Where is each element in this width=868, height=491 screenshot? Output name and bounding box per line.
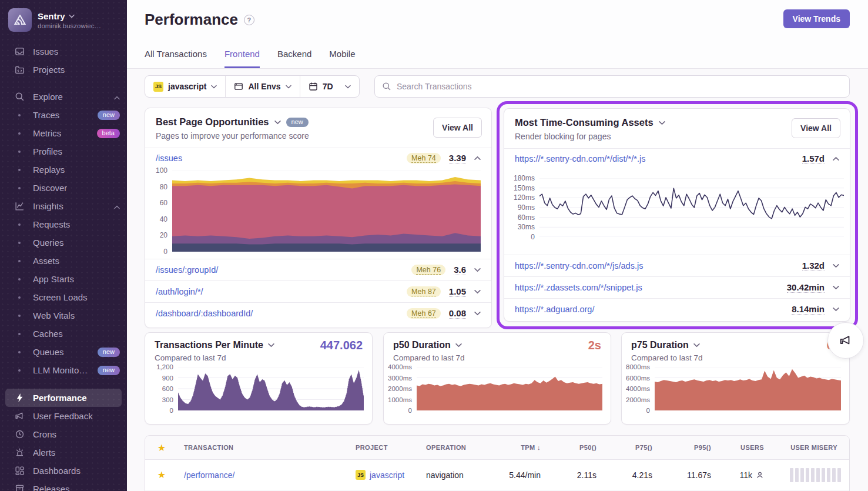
view-all-button[interactable]: View All bbox=[433, 118, 482, 138]
page-link[interactable]: /auth/login/*/ bbox=[156, 287, 203, 296]
page-row[interactable]: /issues/:groupId/ Meh 76 3.6 bbox=[145, 259, 491, 280]
p75-cell: 4.21s bbox=[602, 470, 658, 480]
tab-backend[interactable]: Backend bbox=[277, 49, 311, 68]
sidebar-item-alerts[interactable]: Alerts bbox=[0, 443, 127, 462]
chevron-down-icon[interactable] bbox=[474, 289, 481, 294]
page-row[interactable]: /auth/login/*/ Meh 87 1.05 bbox=[145, 280, 491, 302]
view-trends-button[interactable]: View Trends bbox=[783, 9, 850, 28]
asset-duration: 30.42min bbox=[787, 282, 825, 293]
sidebar-item-queues[interactable]: Queues new bbox=[0, 343, 127, 361]
asset-link[interactable]: https://*.zdassets.com/*/snippet.js bbox=[515, 283, 642, 292]
environment-filter[interactable]: All Envs bbox=[225, 76, 299, 97]
sidebar-item-projects[interactable]: Projects bbox=[0, 61, 127, 79]
favorite-star-icon[interactable]: ★ bbox=[145, 469, 178, 480]
sidebar-item-llm-monitoring[interactable]: LLM Monito… new bbox=[0, 361, 127, 379]
chevron-up-icon bbox=[114, 92, 120, 102]
calendar-icon bbox=[309, 82, 318, 91]
date-range-filter[interactable]: 7D bbox=[300, 76, 359, 97]
chevron-up-icon[interactable] bbox=[474, 156, 481, 161]
new-badge: new bbox=[98, 348, 120, 357]
col-user-misery[interactable]: USER MISERY bbox=[770, 444, 849, 451]
card-title[interactable]: Most Time-Consuming Assets bbox=[515, 117, 653, 128]
sidebar-item-profiles[interactable]: Profiles bbox=[0, 142, 127, 161]
col-project[interactable]: PROJECT bbox=[350, 444, 420, 451]
page-row[interactable]: /dashboard/:dashboardId/ Meh 67 0.08 bbox=[145, 302, 491, 324]
asset-duration: 8.14min bbox=[792, 304, 825, 315]
tpm-value: 447.062 bbox=[320, 339, 363, 352]
star-icon[interactable]: ★ bbox=[145, 442, 178, 453]
sidebar-item-performance[interactable]: Performance bbox=[5, 389, 122, 407]
bullet-icon bbox=[14, 329, 25, 339]
search-icon bbox=[14, 92, 25, 102]
project-filter[interactable]: JS javascript bbox=[145, 76, 225, 97]
web-vitals-stacked-chart: 100806040200 bbox=[150, 171, 481, 252]
sidebar-item-app-starts[interactable]: App Starts bbox=[0, 270, 127, 288]
col-transaction[interactable]: TRANSACTION bbox=[178, 444, 350, 451]
sidebar-item-screen-loads[interactable]: Screen Loads bbox=[0, 288, 127, 306]
col-p50[interactable]: P50() bbox=[547, 444, 602, 451]
asset-row[interactable]: https://*.zdassets.com/*/snippet.js 30.4… bbox=[504, 276, 850, 298]
sidebar-item-releases[interactable]: Releases bbox=[0, 480, 127, 491]
chevron-down-icon[interactable] bbox=[474, 311, 481, 316]
sidebar-item-insights[interactable]: Insights bbox=[0, 197, 127, 215]
sidebar-item-queries[interactable]: Queries bbox=[0, 233, 127, 252]
card-title[interactable]: Best Page Opportunities bbox=[156, 116, 269, 128]
card-subtitle: Compared to last 7d bbox=[393, 353, 601, 362]
sidebar-item-replays[interactable]: Replays bbox=[0, 161, 127, 179]
tab-frontend[interactable]: Frontend bbox=[224, 49, 260, 68]
asset-row[interactable]: https://*.sentry-cdn.com/*/js/ads.js 1.3… bbox=[504, 255, 850, 276]
help-icon[interactable]: ? bbox=[244, 15, 254, 25]
sidebar-item-metrics[interactable]: Metrics beta bbox=[0, 124, 127, 142]
sidebar-item-crons[interactable]: Crons bbox=[0, 425, 127, 443]
page-link[interactable]: /dashboard/:dashboardId/ bbox=[156, 309, 253, 318]
feedback-button[interactable] bbox=[827, 322, 864, 359]
sidebar-item-requests[interactable]: Requests bbox=[0, 215, 127, 233]
sidebar-item-traces[interactable]: Traces new bbox=[0, 106, 127, 124]
col-tpm[interactable]: TPM ↓ bbox=[488, 444, 547, 451]
tab-mobile[interactable]: Mobile bbox=[329, 49, 355, 68]
tpm-area-chart: 1,2009006003000 bbox=[148, 367, 364, 410]
sidebar-item-caches[interactable]: Caches bbox=[0, 325, 127, 343]
chevron-down-icon[interactable] bbox=[833, 263, 839, 268]
p50-duration-card: p50 Duration 2s Compared to last 7d 4000… bbox=[383, 332, 611, 425]
card-title[interactable]: p50 Duration bbox=[393, 340, 451, 350]
chevron-down-icon[interactable] bbox=[833, 307, 839, 312]
asset-link[interactable]: https://*.adguard.org/ bbox=[515, 305, 594, 314]
sidebar-item-web-vitals[interactable]: Web Vitals bbox=[0, 306, 127, 325]
sidebar-item-dashboards[interactable]: Dashboards bbox=[0, 462, 127, 480]
sidebar-item-explore[interactable]: Explore bbox=[0, 88, 127, 106]
org-switcher[interactable]: Sentry dominik.buszowiec… bbox=[0, 0, 127, 38]
card-title[interactable]: Transactions Per Minute bbox=[155, 340, 263, 350]
asset-link[interactable]: https://*.sentry-cdn.com/*/js/ads.js bbox=[515, 261, 643, 270]
search-input[interactable] bbox=[397, 82, 842, 91]
page-link[interactable]: /issues/:groupId/ bbox=[156, 265, 218, 275]
chevron-down-icon[interactable] bbox=[833, 285, 839, 290]
project-link[interactable]: javascript bbox=[370, 470, 404, 480]
page-row-expanded[interactable]: /issues Meh 74 3.39 100806040200 bbox=[145, 148, 491, 252]
asset-link[interactable]: https://*.sentry-cdn.com/*/dist/*/*.js bbox=[515, 154, 645, 163]
tab-all-transactions[interactable]: All Transactions bbox=[145, 49, 207, 68]
lightning-icon bbox=[14, 393, 25, 403]
transaction-link[interactable]: /performance/ bbox=[184, 470, 234, 480]
chevron-up-icon[interactable] bbox=[833, 156, 839, 161]
table-row[interactable]: ★ /performance/ JS javascript navigation… bbox=[145, 460, 849, 490]
filter-bar: JS javascript All Envs 7D bbox=[145, 75, 360, 98]
sentry-logo-icon bbox=[8, 8, 32, 32]
col-operation[interactable]: OPERATION bbox=[420, 444, 488, 451]
view-all-button[interactable]: View All bbox=[792, 118, 840, 138]
sidebar-item-discover[interactable]: Discover bbox=[0, 179, 127, 197]
p50-area-chart: 4000ms3000ms2000ms1000ms0 bbox=[386, 367, 602, 410]
page-link[interactable]: /issues bbox=[156, 153, 182, 163]
col-users[interactable]: USERS bbox=[717, 444, 770, 451]
search-transactions bbox=[374, 75, 850, 98]
col-p95[interactable]: P95() bbox=[658, 444, 717, 451]
chevron-down-icon[interactable] bbox=[474, 268, 481, 272]
sidebar-item-issues[interactable]: Issues bbox=[0, 42, 127, 61]
card-title[interactable]: p75 Duration bbox=[631, 340, 689, 350]
col-p75[interactable]: P75() bbox=[602, 444, 658, 451]
asset-row-expanded[interactable]: https://*.sentry-cdn.com/*/dist/*/*.js 1… bbox=[504, 148, 850, 237]
card-subtitle: Compared to last 7d bbox=[155, 353, 363, 362]
asset-row[interactable]: https://*.adguard.org/ 8.14min bbox=[504, 298, 850, 320]
sidebar-item-assets[interactable]: Assets bbox=[0, 252, 127, 270]
sidebar-item-user-feedback[interactable]: User Feedback bbox=[0, 407, 127, 425]
